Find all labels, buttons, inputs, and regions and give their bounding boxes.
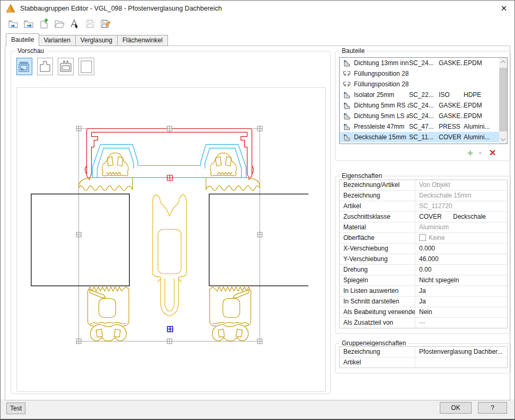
- property-row: Bezeichnung Pfostenverglasung Dachber...: [340, 347, 507, 357]
- oberflaeche-checkbox[interactable]: [419, 234, 426, 241]
- selection-bbox[interactable]: [79, 129, 260, 342]
- close-icon[interactable]: ✕: [498, 3, 510, 14]
- open-export-folder-icon[interactable]: [22, 17, 34, 30]
- bauteile-list[interactable]: Dichtung 13mm inn... SC_24... GASKE... E…: [339, 57, 508, 144]
- property-row: Oberfläche Keine: [340, 233, 507, 243]
- cad-cross-section-drawing[interactable]: [17, 88, 325, 391]
- property-row: In Listen auswerten Ja: [340, 285, 507, 296]
- test-button[interactable]: Test: [6, 403, 25, 414]
- gruppeneigenschaften-table: Bezeichnung Pfostenverglasung Dachber...…: [339, 346, 508, 368]
- eigenschaften-group: Eigenschaften Bezeichnung/Artikel Von Ob…: [335, 176, 511, 334]
- app-logo-icon: [5, 4, 16, 13]
- property-row: Als Beabeitung verwenden Nein: [340, 307, 507, 317]
- property-row: Y-Verschiebung 46.000: [340, 254, 507, 264]
- preview-thumb-cap-teeth[interactable]: [16, 58, 32, 75]
- profil-icon: [340, 133, 354, 141]
- property-row: Bezeichnung Deckschale 15mm: [340, 190, 507, 201]
- property-row: Material Aluminium: [340, 222, 507, 233]
- property-row: Bezeichnung/Artikel Von Objekt: [340, 180, 507, 190]
- scroll-up-icon[interactable]: [499, 58, 507, 66]
- profil-icon: [340, 123, 354, 131]
- footer-bar: Test OK ?: [1, 399, 514, 419]
- list-item[interactable]: Füllungsposition 28...: [340, 79, 500, 90]
- property-row: In Schnitt darstellen Ja: [340, 296, 507, 307]
- list-item[interactable]: Dichtung 13mm inn... SC_24... GASKE... E…: [340, 58, 500, 68]
- list-item[interactable]: Pressleiste 47mm SC_47... PRESS Alumini.…: [340, 121, 500, 132]
- preview-thumb-tab-profile[interactable]: [37, 58, 53, 75]
- profile-tab-icon: [39, 60, 51, 74]
- new-file-icon[interactable]: [38, 17, 50, 30]
- profil-icon: [340, 91, 354, 99]
- open-import-folder-icon[interactable]: [7, 17, 19, 30]
- profile-cap-teeth-circle-icon: [18, 60, 31, 74]
- profil-icon: [340, 102, 354, 110]
- property-row: X-Verschiebung 0.000: [340, 243, 507, 254]
- help-button[interactable]: ?: [478, 402, 507, 414]
- point-marker[interactable]: [167, 326, 173, 332]
- property-row: Als Zusatzteil von ---: [340, 317, 507, 328]
- save-icon[interactable]: [84, 17, 96, 30]
- property-row: Spiegeln Nicht spiegeln: [340, 275, 507, 285]
- titlebar: Stabbaugruppen Editor - VGL_098 - Pfoste…: [1, 1, 514, 16]
- list-item[interactable]: Füllungsposition 28...: [340, 68, 500, 79]
- tab-flaechenwinkel[interactable]: Flächenwinkel: [118, 35, 168, 46]
- add-bauteil-button[interactable]: +: [467, 148, 473, 158]
- scroll-down-icon[interactable]: [499, 136, 507, 144]
- isolator-outline[interactable]: [153, 194, 187, 316]
- add-dropdown-caret-icon[interactable]: ▾: [479, 150, 482, 156]
- bauteile-group: Bauteile Dichtung 13mm inn... SC_24... G…: [335, 51, 511, 161]
- eigenschaften-group-label: Eigenschaften: [340, 172, 384, 180]
- list-buttons: + ▾ ✕: [335, 148, 510, 159]
- tab-varianten[interactable]: Varianten: [39, 35, 75, 46]
- list-item[interactable]: Dichtung 5mm LS a... SC_24... GASKE... E…: [340, 111, 500, 121]
- cad-preview-canvas[interactable]: [16, 87, 326, 392]
- property-row: Artikel: [340, 357, 507, 368]
- glass-pane-outline[interactable]: [31, 194, 308, 285]
- list-item-selected[interactable]: Deckschale 15mm SC_11... COVER Alumini..…: [340, 132, 500, 142]
- window-title: Stabbaugruppen Editor - VGL_098 - Pfoste…: [20, 5, 222, 12]
- gruppeneigenschaften-group-label: Gruppeneigenschaften: [340, 339, 408, 347]
- profile-empty-icon: [80, 60, 93, 74]
- tab-bauteile[interactable]: Bauteile: [6, 33, 39, 46]
- tab-strip: Bauteile Varianten Verglasung Flächenwin…: [6, 33, 168, 46]
- preview-thumb-empty[interactable]: [78, 58, 94, 75]
- preview-thumbnails: [16, 58, 94, 75]
- list-scrollbar[interactable]: [499, 58, 507, 144]
- preview-thumb-cap-prongs[interactable]: [58, 58, 74, 75]
- vorschau-group: Vorschau: [11, 51, 331, 394]
- property-row: Zuschnittsklasse COVERDeckschale: [340, 211, 507, 222]
- property-row: Drehung 0.00: [340, 264, 507, 275]
- origin-marker[interactable]: [167, 175, 173, 181]
- toolbar: [7, 17, 111, 31]
- vorschau-group-label: Vorschau: [15, 47, 46, 55]
- property-row: Artikel SC_112720: [340, 201, 507, 211]
- tab-page-bauteile: Vorschau: [5, 46, 510, 400]
- open-folder-icon[interactable]: [53, 17, 65, 30]
- stabbaugruppen-editor-dialog: Stabbaugruppen Editor - VGL_098 - Pfoste…: [0, 0, 515, 420]
- ok-button[interactable]: OK: [440, 402, 472, 414]
- profil-icon: [340, 59, 354, 67]
- fuellungsposition-icon: [340, 81, 354, 88]
- fuellungsposition-icon: [340, 70, 354, 78]
- tab-verglasung[interactable]: Verglasung: [76, 35, 118, 46]
- scrollbar-thumb[interactable]: [499, 68, 507, 131]
- bauteile-group-label: Bauteile: [340, 47, 367, 55]
- profil-icon: [340, 112, 354, 120]
- gruppeneigenschaften-group: Gruppeneigenschaften Bezeichnung Pfosten…: [335, 343, 511, 373]
- profile-cap-prongs-icon: [59, 60, 72, 74]
- label-select-icon[interactable]: [68, 17, 81, 30]
- list-item[interactable]: Dichtung 5mm RS a... SC_24... GASKE... E…: [340, 100, 500, 111]
- save-as-icon[interactable]: [99, 17, 111, 30]
- delete-bauteil-button[interactable]: ✕: [489, 148, 496, 158]
- eigenschaften-table: Bezeichnung/Artikel Von Objekt Bezeichnu…: [339, 180, 508, 328]
- list-item[interactable]: Isolator 25mm SC_22... ISO HDPE: [340, 90, 500, 100]
